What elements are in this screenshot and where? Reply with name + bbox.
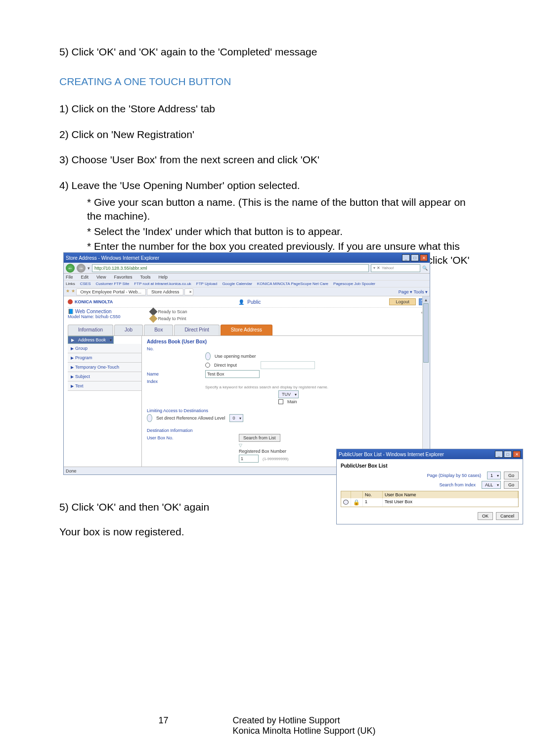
back-button[interactable]: ←: [66, 264, 75, 273]
nav-group[interactable]: ▶Group: [68, 344, 141, 353]
instruction-5b: 5) Click 'OK' and then 'OK' again: [59, 500, 209, 514]
scrollbar[interactable]: ▲ ▼: [422, 296, 429, 466]
user-box-table: No. User Box Name 🔒 1 Test User Box: [341, 491, 519, 507]
tab-direct-print[interactable]: Direct Print: [174, 325, 219, 335]
link-item[interactable]: Pagescope Job Spooler: [333, 282, 375, 286]
page-display-label: Page (Display by 50 cases): [341, 473, 484, 478]
forward-button[interactable]: →: [77, 264, 86, 273]
down-arrow-icon: ▽: [239, 443, 242, 448]
status-text: Done: [66, 469, 77, 473]
scroll-thumb[interactable]: [423, 303, 429, 363]
th-no: No.: [363, 491, 383, 498]
nav-address-book[interactable]: ▶Address Book: [68, 336, 114, 344]
instruction-5a: 5) Click 'OK' and 'OK' again to the 'Com…: [59, 45, 475, 59]
tab-store-address[interactable]: Store Address: [221, 325, 272, 335]
link-item[interactable]: Google Calendar: [222, 282, 252, 286]
ie-window: Store Address - Windows Internet Explore…: [63, 252, 430, 475]
index-select[interactable]: TUV: [278, 390, 299, 398]
main-checkbox[interactable]: [278, 399, 283, 404]
search-box[interactable]: ▾ ✕ Yahoo!: [371, 264, 420, 272]
instruction-3: 3) Choose 'User Box' from the next scree…: [59, 152, 475, 167]
page-display-select[interactable]: 1: [487, 472, 501, 479]
instruction-4: 4) Leave the 'Use Opening Number' option…: [59, 178, 475, 192]
ie-linksbar: Links CSES Customer FTP Site FTP root at…: [64, 281, 430, 287]
popup-title: PublicUser Box List - Windows Internet E…: [339, 452, 444, 457]
registered-box-input[interactable]: 1: [239, 455, 259, 463]
ok-button[interactable]: OK: [478, 512, 493, 520]
set-ref-label: Set direct Reference Allowed Level: [156, 416, 225, 421]
go-button-1[interactable]: Go: [504, 472, 519, 479]
side-nav: ▶Address Book ▶Group ▶Program ▶Temporary…: [68, 336, 142, 467]
row-no: 1: [363, 498, 383, 507]
logout-button[interactable]: Logout: [389, 298, 416, 305]
popup-minimize-button[interactable]: _: [495, 451, 503, 458]
browser-tab-2[interactable]: Store Address: [147, 288, 184, 295]
registered-box-label: Registered Box Number: [239, 449, 286, 454]
name-label: Name: [147, 372, 201, 377]
nav-program[interactable]: ▶Program: [68, 353, 141, 363]
cancel-button[interactable]: Cancel: [496, 512, 519, 520]
registered-box-hint: (1-999999999): [263, 457, 288, 461]
tab-information[interactable]: Information: [68, 325, 113, 335]
tab-job[interactable]: Job: [114, 325, 143, 335]
nav-subject[interactable]: ▶Subject: [68, 372, 141, 381]
table-row[interactable]: 🔒 1 Test User Box: [341, 498, 518, 507]
close-button[interactable]: ✕: [420, 254, 428, 261]
row-name: Test User Box: [383, 498, 518, 507]
nav-temporary-one-touch[interactable]: ▶Temporary One-Touch: [68, 363, 141, 372]
browser-tab-close[interactable]: ×: [184, 288, 193, 295]
instruction-4b: * Select the 'Index' under which that bu…: [87, 225, 475, 238]
no-label: No.: [147, 346, 201, 351]
direct-input-field[interactable]: [261, 361, 315, 369]
popup-maximize-button[interactable]: □: [504, 451, 512, 458]
user-box-no-label: User Box No.: [147, 435, 201, 440]
menu-help[interactable]: Help: [158, 275, 168, 280]
scroll-up-icon[interactable]: ▲: [423, 296, 429, 303]
ie-tools[interactable]: Page ▾ Tools ▾: [399, 289, 428, 294]
menu-edit[interactable]: Edit: [81, 275, 89, 280]
done-text: Your box is now registered.: [59, 524, 184, 539]
set-ref-radio[interactable]: [147, 414, 152, 422]
link-item[interactable]: Customer FTP Site: [95, 282, 129, 286]
menu-view[interactable]: View: [96, 275, 106, 280]
use-opening-number-radio[interactable]: [205, 352, 211, 360]
popup-close-button[interactable]: ✕: [513, 451, 521, 458]
pagescope-label: 📘 Web Connection: [68, 309, 121, 314]
minimize-button[interactable]: _: [402, 254, 410, 261]
instruction-1: 1) Click on the 'Store Address' tab: [59, 101, 475, 116]
menu-favorites[interactable]: Favorites: [114, 275, 132, 280]
nav-text[interactable]: ▶Text: [68, 381, 141, 391]
link-item[interactable]: CSES: [80, 282, 91, 286]
menu-tools[interactable]: Tools: [140, 275, 150, 280]
link-item[interactable]: KONICA MINOLTA PageScope Net Care: [257, 282, 328, 286]
set-ref-select[interactable]: 0: [229, 414, 243, 422]
search-placeholder: Yahoo!: [382, 266, 394, 270]
index-label: Index: [147, 379, 201, 384]
name-input[interactable]: Test Box: [205, 370, 260, 378]
url-bar[interactable]: http://10.128.3.55/abbr.xml: [92, 264, 369, 272]
maximize-button[interactable]: □: [411, 254, 419, 261]
search-dropdown-icon: ▾: [373, 266, 375, 270]
ready-print-label: Ready to Print: [158, 316, 186, 321]
link-item[interactable]: FTP Upload: [196, 282, 218, 286]
link-item[interactable]: FTP root at intranet.konica.co.uk: [134, 282, 191, 286]
km-logo-icon: [68, 299, 73, 304]
ie-titlebar: Store Address - Windows Internet Explore…: [64, 253, 430, 263]
browser-tab-1[interactable]: Onyx Employee Portal - Web...: [76, 288, 146, 295]
search-go-icon[interactable]: 🔍: [422, 266, 428, 271]
ie-menubar: File Edit View Favorites Tools Help: [64, 274, 430, 281]
row-radio[interactable]: [343, 500, 349, 505]
instruction-2: 2) Click on 'New Registration': [59, 127, 475, 142]
section-title: Address Book (User Box): [147, 339, 421, 344]
search-from-list-button[interactable]: Search from List: [239, 434, 280, 442]
index-hint: Specify a keyword for address search and…: [205, 385, 328, 389]
print-status-icon: [149, 315, 157, 323]
destination-info-label: Destination Information: [147, 428, 193, 433]
direct-input-radio[interactable]: [205, 363, 210, 368]
links-label: Links: [66, 282, 75, 286]
go-button-2[interactable]: Go: [504, 481, 519, 489]
ie-navbar: ← → ▾ http://10.128.3.55/abbr.xml ▾ ✕ Ya…: [64, 263, 430, 274]
search-index-select[interactable]: ALL: [482, 481, 501, 489]
tab-box[interactable]: Box: [144, 325, 173, 335]
menu-file[interactable]: File: [66, 275, 73, 280]
